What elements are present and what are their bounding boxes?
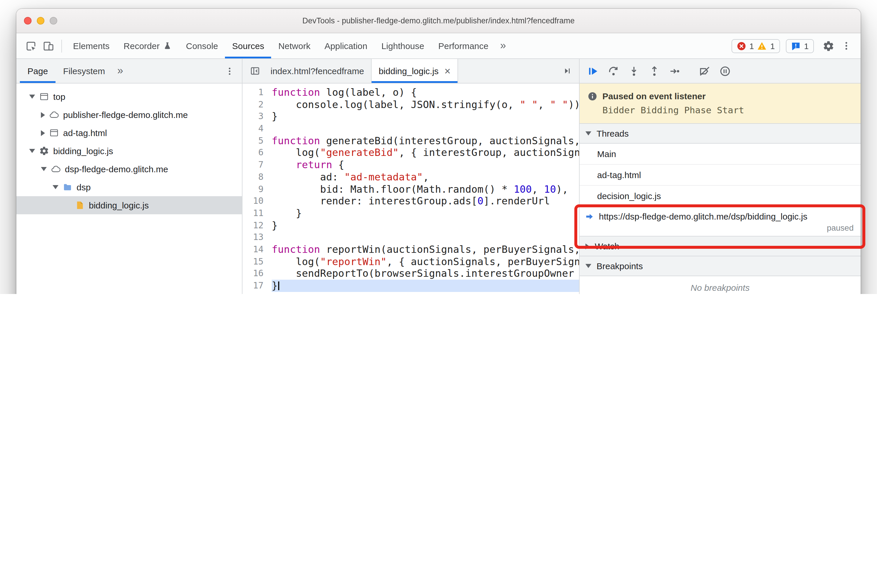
line-number[interactable]: 16 — [242, 268, 272, 280]
tab-page[interactable]: Page — [20, 59, 56, 83]
step-into-button[interactable] — [625, 62, 643, 80]
tree-item-bidding-logic-js[interactable]: bidding_logic.js — [17, 142, 242, 160]
device-toolbar-button[interactable] — [40, 37, 57, 55]
more-panels-icon[interactable]: » — [495, 40, 511, 52]
code-line-7[interactable]: 7 return { — [242, 159, 579, 171]
paused-banner: Paused on event listener Bidder Bidding … — [580, 84, 860, 124]
line-number[interactable]: 17 — [242, 280, 272, 292]
tree-item-bidding-logic-js[interactable]: bidding_logic.js — [17, 196, 242, 214]
code-line-4[interactable]: 4 — [242, 123, 579, 135]
settings-gear-button[interactable] — [820, 37, 837, 55]
navigator-kebab-menu-button[interactable] — [221, 62, 238, 80]
tree-item-ad-tag-html[interactable]: ad-tag.html — [17, 124, 242, 142]
code-line-9[interactable]: 9 bid: Math.floor(Math.random() * 100, 1… — [242, 183, 579, 195]
tree-item-dsp-fledge-demo-glitch-me[interactable]: dsp-fledge-demo.glitch.me — [17, 160, 242, 178]
code-line-3[interactable]: 3} — [242, 111, 579, 123]
tree-item-top[interactable]: top — [17, 88, 242, 106]
tab-application[interactable]: Application — [317, 33, 375, 58]
kebab-menu-button[interactable] — [837, 37, 855, 55]
code-line-12[interactable]: 12} — [242, 219, 579, 231]
code-line-16[interactable]: 16 sendReportTo(browserSignals.interestG… — [242, 268, 579, 280]
tab-network[interactable]: Network — [271, 33, 317, 58]
disclosure-down-icon — [41, 167, 47, 171]
line-number[interactable]: 3 — [242, 111, 272, 123]
watch-section-header[interactable]: Watch — [580, 236, 860, 256]
line-number[interactable]: 12 — [242, 219, 272, 231]
tab-lighthouse[interactable]: Lighthouse — [374, 33, 431, 58]
resume-button[interactable] — [584, 62, 602, 80]
thread-item-https-dsp-fledge-demo-glitch-me-dsp-bidding-logic-js[interactable]: https://dsp-fledge-demo.glitch.me/dsp/bi… — [580, 207, 860, 237]
issues-count: 1 — [804, 41, 809, 51]
code-line-17[interactable]: 17} — [242, 280, 579, 292]
tab-elements[interactable]: Elements — [66, 33, 117, 58]
code-line-13[interactable]: 13 — [242, 231, 579, 243]
execution-arrow-icon — [585, 212, 594, 220]
thread-item-decision-logic-js[interactable]: decision_logic.js — [580, 186, 860, 207]
tree-item-dsp[interactable]: dsp — [17, 178, 242, 196]
step-button[interactable] — [666, 62, 684, 80]
code-line-8[interactable]: 8 ad: "ad-metadata", — [242, 171, 579, 183]
code-line-1[interactable]: 1function log(label, o) { — [242, 86, 579, 98]
close-tab-icon[interactable]: × — [444, 66, 450, 76]
thread-item-main[interactable]: Main — [580, 144, 860, 165]
line-number[interactable]: 13 — [242, 231, 272, 243]
debugger-toolbar — [580, 59, 860, 84]
breakpoints-section-header[interactable]: Breakpoints — [580, 256, 860, 276]
threads-section-header[interactable]: Threads — [580, 123, 860, 144]
code-line-6[interactable]: 6 log("generateBid", { interestGroup, au… — [242, 147, 579, 159]
editor-tabbar: index.html?fencedframe bidding_logic.js … — [242, 59, 579, 84]
frame-icon — [39, 92, 49, 102]
step-out-button[interactable] — [645, 62, 663, 80]
code-editor[interactable]: 1function log(label, o) {2 console.log(l… — [242, 84, 579, 294]
main-toolbar: ElementsRecorderConsoleSourcesNetworkApp… — [17, 33, 860, 59]
tab-console[interactable]: Console — [179, 33, 225, 58]
line-number[interactable]: 14 — [242, 243, 272, 255]
code-line-14[interactable]: 14function reportWin(auctionSignals, per… — [242, 243, 579, 255]
tab-overflow-button[interactable] — [558, 62, 576, 80]
pause-on-exceptions-button[interactable] — [716, 62, 734, 80]
line-number[interactable]: 10 — [242, 195, 272, 207]
code-line-10[interactable]: 10 render: interestGroup.ads[0].renderUr… — [242, 195, 579, 207]
line-number[interactable]: 5 — [242, 135, 272, 147]
toolbar-divider — [61, 39, 62, 52]
line-number[interactable]: 8 — [242, 171, 272, 183]
debugger-panel: Paused on event listener Bidder Bidding … — [580, 59, 860, 294]
thread-item-ad-tag-html[interactable]: ad-tag.html — [580, 165, 860, 186]
tree-item-publisher-fledge-demo-glitch-me[interactable]: publisher-fledge-demo.glitch.me — [17, 106, 242, 124]
code-line-5[interactable]: 5function generateBid(interestGroup, auc… — [242, 135, 579, 147]
line-number[interactable]: 2 — [242, 98, 272, 110]
line-number[interactable]: 1 — [242, 86, 272, 98]
more-navigator-tabs-icon[interactable]: » — [113, 65, 128, 77]
code-line-2[interactable]: 2 console.log(label, JSON.stringify(o, "… — [242, 98, 579, 110]
titlebar[interactable]: DevTools - publisher-fledge-demo.glitch.… — [17, 9, 860, 33]
tab-label: Page — [27, 66, 48, 76]
threads-list: Mainad-tag.htmldecision_logic.jshttps://… — [580, 144, 860, 237]
tab-performance[interactable]: Performance — [431, 33, 495, 58]
error-icon — [737, 41, 746, 51]
line-number[interactable]: 15 — [242, 255, 272, 267]
close-window-button[interactable] — [24, 17, 32, 24]
line-content: bid: Math.floor(Math.random() * 100, 10)… — [272, 183, 579, 195]
line-number[interactable]: 11 — [242, 207, 272, 219]
issues-badge[interactable]: 1 — [786, 39, 814, 53]
editor-tab-index-html[interactable]: index.html?fencedframe — [263, 59, 372, 83]
errors-warnings-badge[interactable]: 1 1 — [731, 39, 780, 53]
line-number[interactable]: 7 — [242, 159, 272, 171]
tab-filesystem[interactable]: Filesystem — [56, 59, 113, 83]
line-number[interactable]: 9 — [242, 183, 272, 195]
toggle-navigator-button[interactable] — [246, 62, 263, 80]
step-over-button[interactable] — [605, 62, 622, 80]
inspect-element-button[interactable] — [22, 37, 40, 55]
line-number[interactable]: 6 — [242, 147, 272, 159]
line-number[interactable]: 4 — [242, 123, 272, 135]
tab-label: index.html?fencedframe — [271, 66, 364, 76]
code-line-11[interactable]: 11 } — [242, 207, 579, 219]
code-line-15[interactable]: 15 log("reportWin", { auctionSignals, pe… — [242, 255, 579, 267]
zoom-window-button[interactable] — [50, 17, 57, 24]
deactivate-breakpoints-button[interactable] — [696, 62, 713, 80]
minimize-window-button[interactable] — [37, 17, 44, 24]
line-content: render: interestGroup.ads[0].renderUrl — [272, 195, 579, 207]
tab-recorder[interactable]: Recorder — [117, 33, 179, 58]
tab-sources[interactable]: Sources — [225, 33, 271, 58]
editor-tab-bidding-logic[interactable]: bidding_logic.js × — [372, 59, 458, 83]
